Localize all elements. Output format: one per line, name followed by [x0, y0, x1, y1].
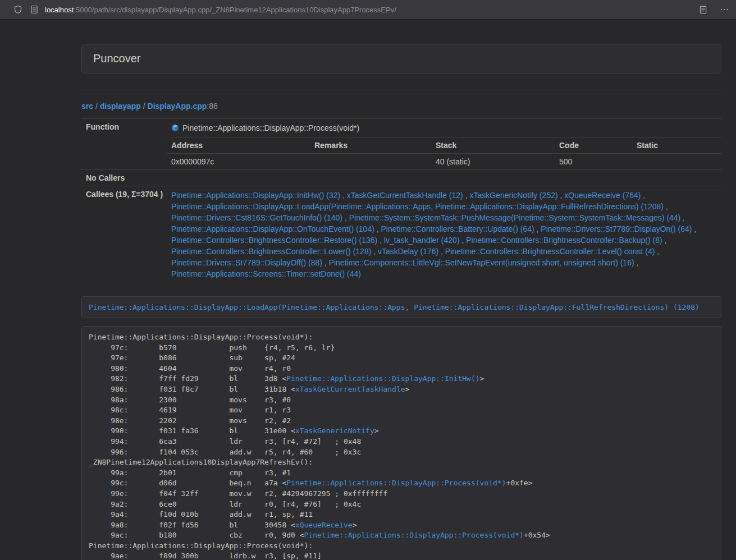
callee-link[interactable]: Pinetime::Applications::DisplayApp::Init… [171, 191, 340, 200]
breadcrumb-line-number: :86 [207, 102, 217, 111]
code-symbol-link[interactable]: Pinetime::Applications::DisplayApp::Proc… [304, 531, 524, 539]
breadcrumb-separator: / [141, 102, 148, 111]
callee-link[interactable]: Pinetime::Controllers::BrightnessControl… [171, 236, 377, 245]
callee-link[interactable]: Pinetime::Components::LittleVgl::SetNewT… [329, 258, 634, 267]
column-header: Remarks [310, 137, 431, 154]
url-bar[interactable]: localhost:5000/path/src/displayapp/Displ… [45, 6, 687, 14]
symbol-name: Pinetime::Applications::DisplayApp::Proc… [182, 122, 359, 134]
callee-link[interactable]: Pinetime::Controllers::BrightnessControl… [466, 236, 662, 245]
metrics-table: AddressRemarksStackCodeStatic 0x0000097c… [167, 137, 721, 169]
callee-separator: , [634, 258, 639, 267]
callee-link[interactable]: xTaskGenericNotify (252) [469, 191, 557, 200]
function-label: Function [81, 119, 167, 170]
column-header: Stack [431, 137, 555, 154]
callee-separator: , [460, 236, 467, 245]
breadcrumb-separator: / [93, 102, 100, 111]
callees-label: Callees (19, Σ=3704 ) [81, 186, 167, 283]
code-symbol-link[interactable]: xQueueReceive [295, 521, 353, 529]
callee-link[interactable]: lv_task_handler (420) [384, 236, 460, 245]
callee-link[interactable]: xTaskGetCurrentTaskHandle (12) [347, 191, 463, 200]
callee-link[interactable]: Pinetime::Drivers::Cst816S::GetTouchInfo… [171, 213, 342, 222]
table-row-function: Function Pinetime::Applications::Display… [81, 119, 721, 170]
value-address: 0x0000097c [167, 154, 310, 170]
page-container: Puncover src / displayapp / DisplayApp.c… [81, 44, 721, 560]
no-callers-label: No Callers [81, 170, 167, 186]
symbol-highlight-link[interactable]: Pinetime::Applications::DisplayApp::Load… [89, 303, 700, 311]
callee-link[interactable]: Pinetime::Controllers::Battery::Update()… [381, 224, 534, 233]
callee-separator: , [438, 247, 445, 256]
callee-link[interactable]: Pinetime::Applications::Screens::Timer::… [171, 269, 361, 278]
callee-separator: , [340, 191, 347, 200]
url-path: :5000/path/src/displayapp/DisplayApp.cpp… [74, 6, 396, 14]
callee-separator: , [641, 191, 645, 200]
callee-separator: , [371, 247, 378, 256]
function-icon [171, 124, 179, 132]
no-callers-cell [167, 170, 721, 186]
callee-link[interactable]: Pinetime::Drivers::St7789::DisplayOn() (… [541, 224, 692, 233]
callee-link[interactable]: Pinetime::Applications::DisplayApp::OnTo… [171, 224, 374, 233]
callee-link[interactable]: Pinetime::Drivers::St7789::DisplayOff() … [171, 258, 322, 267]
nested-header-row: AddressRemarksStackCodeStatic [167, 137, 721, 154]
callee-link[interactable]: xQueueReceive (764) [564, 191, 641, 200]
breadcrumb-link[interactable]: DisplayApp.cpp [148, 102, 207, 111]
symbol-highlight-box: Pinetime::Applications::DisplayApp::Load… [81, 296, 721, 318]
reader-mode-icon[interactable] [699, 6, 707, 14]
callees-cell: Pinetime::Applications::DisplayApp::Init… [167, 186, 721, 283]
callee-separator: , [534, 224, 541, 233]
table-row-no-callers: No Callers [81, 170, 721, 186]
value-stack: 40 (static) [431, 154, 555, 170]
page-identity-icon[interactable] [30, 5, 38, 14]
callee-link[interactable]: vTaskDelay (176) [378, 247, 438, 256]
url-host: localhost [45, 6, 74, 14]
value-remarks [310, 154, 431, 170]
callee-separator: , [463, 191, 470, 200]
browser-bar: localhost:5000/path/src/displayapp/Displ… [0, 0, 736, 20]
code-symbol-link[interactable]: Pinetime::Applications::DisplayApp::Proc… [286, 479, 506, 487]
column-header: Static [632, 137, 721, 154]
callee-separator: , [322, 258, 329, 267]
code-symbol-link[interactable]: Pinetime::Applications::DisplayApp::Init… [286, 374, 479, 383]
callee-separator: , [655, 247, 659, 256]
shield-icon[interactable] [13, 5, 22, 14]
app-header: Puncover [81, 44, 721, 74]
divider [81, 90, 721, 90]
callee-link[interactable]: Pinetime::Applications::DisplayApp::Load… [171, 202, 664, 211]
value-code: 500 [555, 154, 632, 170]
disassembly-block: Pinetime::Applications::DisplayApp::Proc… [81, 326, 721, 560]
function-table: Function Pinetime::Applications::Display… [81, 118, 721, 283]
callee-separator: , [558, 191, 565, 200]
callee-separator: , [664, 202, 668, 211]
menu-icon[interactable]: ⋯ [720, 5, 729, 14]
column-header: Code [555, 137, 632, 154]
nested-value-row: 0x0000097c40 (static)500 [167, 154, 721, 170]
callee-link[interactable]: Pinetime::Controllers::BrightnessControl… [445, 247, 655, 256]
code-symbol-link[interactable]: xTaskGenericNotify [295, 426, 374, 435]
column-header: Address [167, 137, 310, 154]
app-title: Puncover [93, 52, 710, 65]
callee-separator: , [342, 213, 349, 222]
callee-separator: , [374, 224, 381, 233]
breadcrumb-link[interactable]: src [81, 102, 93, 111]
value-static [632, 154, 721, 170]
callee-separator: , [377, 236, 384, 245]
callee-separator: , [662, 236, 667, 245]
breadcrumb: src / displayapp / DisplayApp.cpp:86 [81, 102, 721, 111]
callee-link[interactable]: Pinetime::System::SystemTask::PushMessag… [349, 213, 681, 222]
breadcrumb-link[interactable]: displayapp [100, 102, 141, 111]
callee-separator: , [692, 224, 697, 233]
symbol-line: Pinetime::Applications::DisplayApp::Proc… [167, 119, 721, 137]
callee-separator: , [680, 213, 685, 222]
code-symbol-link[interactable]: xTaskGetCurrentTaskHandle [295, 385, 405, 393]
callee-link[interactable]: Pinetime::Controllers::BrightnessControl… [171, 247, 371, 256]
table-row-callees: Callees (19, Σ=3704 ) Pinetime::Applicat… [81, 186, 721, 283]
